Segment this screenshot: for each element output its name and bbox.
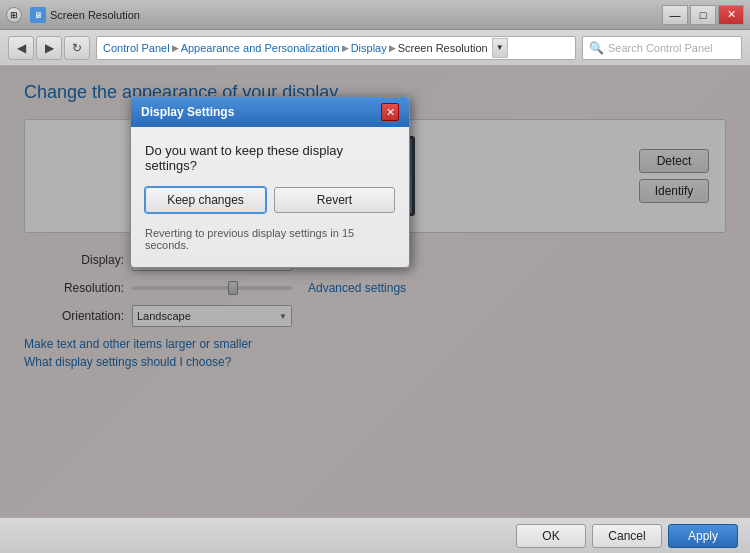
search-bar[interactable]: 🔍 Search Control Panel [582, 36, 742, 60]
content-area: Change the appearance of your display 1 … [0, 66, 750, 517]
apply-button[interactable]: Apply [668, 524, 738, 548]
window-icon: 🖥 [30, 7, 46, 23]
forward-button[interactable]: ▶ [36, 36, 62, 60]
close-button[interactable]: ✕ [718, 5, 744, 25]
breadcrumb-display[interactable]: Display [351, 42, 387, 54]
breadcrumb-control-panel[interactable]: Control Panel [103, 42, 170, 54]
modal-titlebar: Display Settings ✕ [131, 97, 409, 127]
modal-countdown: Reverting to previous display settings i… [145, 227, 395, 251]
window-title: Screen Resolution [50, 9, 658, 21]
maximize-button[interactable]: □ [690, 5, 716, 25]
breadcrumb-appearance[interactable]: Appearance and Personalization [181, 42, 340, 54]
address-bar: ◀ ▶ ↻ Control Panel ▶ Appearance and Per… [0, 30, 750, 66]
title-bar: ⊞ 🖥 Screen Resolution — □ ✕ [0, 0, 750, 30]
window-controls: — □ ✕ [662, 5, 744, 25]
modal-action-buttons: Keep changes Revert [145, 187, 395, 213]
revert-button[interactable]: Revert [274, 187, 395, 213]
back-button[interactable]: ◀ [8, 36, 34, 60]
bottom-bar: OK Cancel Apply [0, 517, 750, 553]
modal-question: Do you want to keep these display settin… [145, 143, 395, 173]
breadcrumb-arrow-1: ▶ [172, 43, 179, 53]
modal-content: Do you want to keep these display settin… [131, 127, 409, 267]
keep-changes-button[interactable]: Keep changes [145, 187, 266, 213]
breadcrumb-arrow-2: ▶ [342, 43, 349, 53]
refresh-button[interactable]: ↻ [64, 36, 90, 60]
search-icon: 🔍 [589, 41, 604, 55]
system-icon: ⊞ [6, 7, 22, 23]
modal-dialog: Display Settings ✕ Do you want to keep t… [130, 96, 410, 268]
search-placeholder: Search Control Panel [608, 42, 713, 54]
modal-title: Display Settings [141, 105, 234, 119]
breadcrumb-dropdown[interactable]: ▼ [492, 38, 508, 58]
modal-overlay: Display Settings ✕ Do you want to keep t… [0, 66, 750, 517]
minimize-button[interactable]: — [662, 5, 688, 25]
breadcrumb-bar: Control Panel ▶ Appearance and Personali… [96, 36, 576, 60]
breadcrumb-arrow-3: ▶ [389, 43, 396, 53]
modal-close-button[interactable]: ✕ [381, 103, 399, 121]
breadcrumb-current: Screen Resolution [398, 42, 488, 54]
nav-buttons: ◀ ▶ ↻ [8, 36, 90, 60]
cancel-button[interactable]: Cancel [592, 524, 662, 548]
ok-button[interactable]: OK [516, 524, 586, 548]
content-panel: Change the appearance of your display 1 … [0, 66, 750, 517]
title-nav-buttons: ⊞ [6, 7, 22, 23]
